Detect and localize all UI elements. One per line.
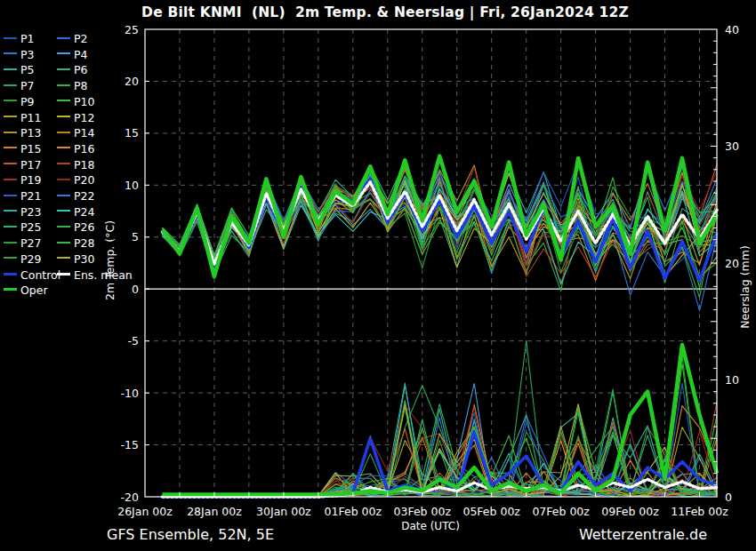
- left-tick-label: -15: [121, 438, 139, 451]
- x-tick-label: 09Feb 00z: [601, 505, 659, 518]
- footer-model-info: GFS Ensemble, 52N, 5E: [107, 526, 274, 543]
- left-tick-label: 25: [125, 23, 139, 36]
- footer-site-name: Wetterzentrale.de: [579, 526, 707, 543]
- left-tick-label: 0: [132, 283, 139, 296]
- x-tick-label: 28Jan 00z: [187, 505, 242, 518]
- right-tick-label: 30: [725, 140, 739, 153]
- right-tick-label: 10: [725, 373, 739, 387]
- left-tick-label: 15: [125, 126, 139, 140]
- plot-area: 2520151050-5-10-15-2001020304026Jan 00z2…: [0, 0, 756, 551]
- x-tick-label: 03Feb 00z: [394, 505, 452, 518]
- gfs-ensemble-plume-chart: De Bilt KNMI (NL) 2m Temp. & Neerslag | …: [0, 0, 756, 551]
- left-tick-label: 20: [125, 75, 139, 88]
- member-precip-P27: [163, 355, 718, 497]
- left-tick-label: -20: [121, 491, 139, 504]
- x-tick-label: 07Feb 00z: [532, 505, 590, 518]
- y-axis-title-left: 2m Temp. (°C): [103, 220, 117, 300]
- left-tick-label: 10: [125, 179, 139, 192]
- left-tick-label: -10: [121, 387, 139, 400]
- x-axis-title: Date (UTC): [342, 520, 519, 532]
- left-tick-label: -5: [128, 334, 139, 347]
- y-axis-title-right: Neerslag (mm): [738, 245, 752, 329]
- member-temp-P14: [163, 172, 718, 271]
- right-tick-label: 40: [725, 23, 739, 36]
- right-tick-label: 20: [725, 257, 739, 270]
- x-tick-label: 05Feb 00z: [462, 505, 520, 518]
- x-tick-label: 11Feb 00z: [671, 505, 728, 518]
- right-tick-label: 0: [725, 491, 732, 504]
- left-tick-label: 5: [132, 230, 139, 244]
- x-tick-label: 26Jan 00z: [117, 505, 173, 518]
- x-tick-label: 01Feb 00z: [325, 505, 382, 518]
- x-tick-label: 30Jan 00z: [256, 505, 311, 518]
